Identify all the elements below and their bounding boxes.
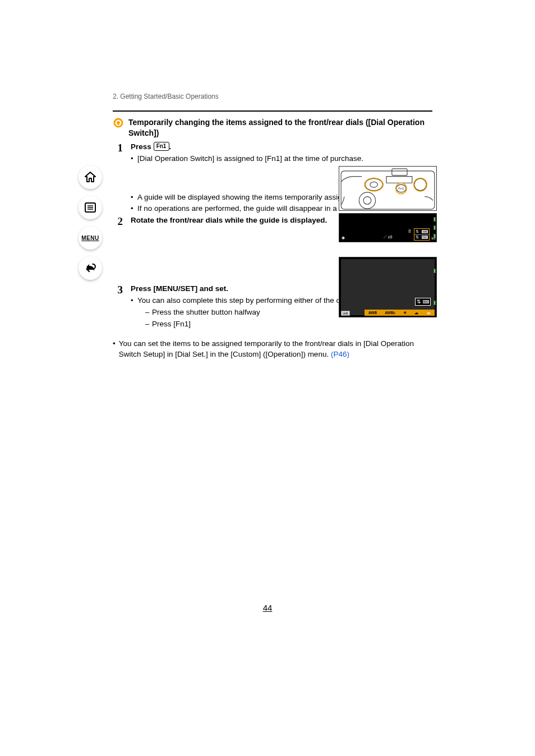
tip-heading: Temporarily changing the items assigned …	[113, 117, 433, 139]
step-1-number: 1	[113, 142, 123, 154]
illustration-step-2: ⇅ISO WB AWB AWBc ☀ ☁ ⛅	[339, 257, 437, 317]
footnote-text: You can set the items to be assigned tem…	[119, 339, 414, 358]
page-number[interactable]: 44	[0, 603, 535, 612]
header-divider	[113, 110, 432, 112]
breadcrumb: 2. Getting Started/Basic Operations	[69, 93, 462, 100]
iso-selector: ⇅ISO	[415, 298, 431, 306]
camera-screen-guide-2: ⇅ISO WB AWB AWBc ☀ ☁ ⛅	[339, 257, 437, 317]
svg-point-14	[370, 182, 378, 187]
svg-point-13	[365, 178, 382, 190]
rec-icon: ◉	[342, 236, 345, 240]
fn1-badge: Fn1	[154, 142, 169, 151]
svg-text:Fn1: Fn1	[398, 187, 404, 190]
svg-point-18	[365, 178, 383, 191]
step-2-number: 2	[113, 215, 123, 228]
page-link-p46[interactable]: (P46)	[331, 350, 349, 358]
svg-point-19	[414, 178, 427, 191]
trash-icon: 🗑	[408, 229, 412, 233]
step-1-title: Press Fn1.	[131, 142, 432, 153]
step-3-dash-2: Press [Fn1]	[145, 319, 432, 330]
wb-options-bar: AWB AWBc ☀ ☁ ⛅	[365, 310, 435, 316]
camera-screen-guide-1: ◉ ☄ ±0 🗑 98 ⇅WB ⇅ISO	[339, 213, 437, 242]
bullet-icon: •	[113, 339, 116, 349]
tip-title: Temporarily changing the items assigned …	[128, 117, 433, 139]
svg-rect-12	[392, 169, 407, 176]
svg-point-15	[414, 178, 426, 190]
illustration-step-1: Fn1 ◉ ☄ ±0 🗑 98 ⇅WB ⇅ISO	[339, 166, 437, 242]
wb-badge: WB	[341, 311, 350, 316]
step-3-number: 3	[113, 284, 123, 296]
ev-value: ☄ ±0	[384, 235, 393, 239]
svg-point-11	[363, 197, 371, 205]
svg-point-10	[359, 192, 375, 209]
camera-top-diagram: Fn1	[339, 166, 437, 211]
tip-icon	[113, 117, 124, 128]
step-1-bullet-1: [Dial Operation Switch] is assigned to […	[131, 154, 432, 164]
footnote: • You can set the items to be assigned t…	[113, 339, 427, 360]
dial-swap-indicator: ⇅WB ⇅ISO	[414, 228, 430, 241]
